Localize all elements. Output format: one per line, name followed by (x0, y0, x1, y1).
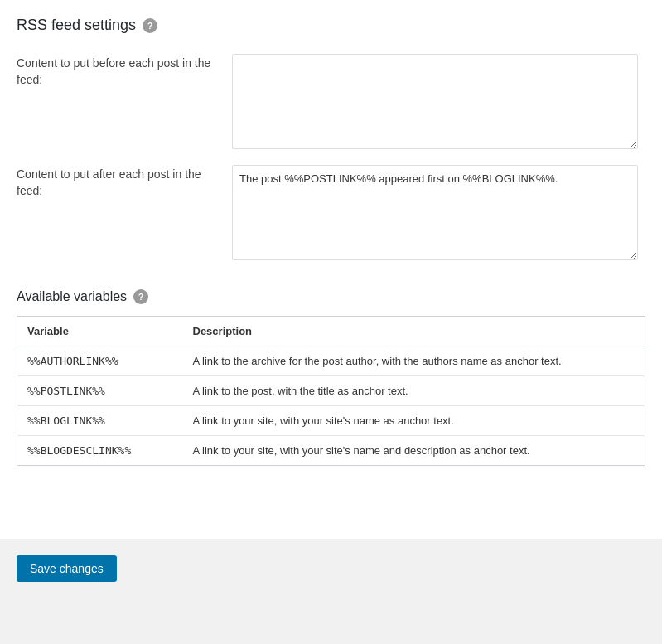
table-row: %%AUTHORLINK%%A link to the archive for … (17, 346, 645, 376)
table-row: %%POSTLINK%%A link to the post, with the… (17, 376, 645, 406)
settings-form-table: Content to put before each post in the f… (17, 47, 645, 269)
variables-section: Available variables ? Variable Descripti… (17, 289, 645, 466)
table-row: %%BLOGDESCLINK%%A link to your site, wit… (17, 436, 645, 466)
rss-section-title: RSS feed settings ? (17, 17, 645, 34)
before-post-row: Content to put before each post in the f… (17, 47, 645, 158)
variable-cell: %%BLOGDESCLINK%% (17, 436, 183, 466)
variable-cell: %%POSTLINK%% (17, 376, 183, 406)
variable-cell: %%AUTHORLINK%% (17, 346, 183, 376)
table-row: %%BLOGLINK%%A link to your site, with yo… (17, 406, 645, 436)
footer-bar: Save changes (0, 539, 662, 598)
variables-section-title: Available variables ? (17, 289, 645, 304)
after-post-textarea[interactable]: The post %%POSTLINK%% appeared first on … (232, 165, 638, 260)
col-description-header: Description (183, 317, 645, 346)
save-changes-button[interactable]: Save changes (17, 555, 117, 582)
before-post-label: Content to put before each post in the f… (17, 47, 232, 158)
after-post-row: Content to put after each post in the fe… (17, 158, 645, 269)
table-header-row: Variable Description (17, 317, 645, 346)
rss-help-icon[interactable]: ? (143, 18, 157, 33)
variable-cell: %%BLOGLINK%% (17, 406, 183, 436)
description-cell: A link to the archive for the post autho… (183, 346, 645, 376)
variables-help-icon[interactable]: ? (133, 289, 148, 304)
main-content: RSS feed settings ? Content to put befor… (0, 0, 662, 539)
after-post-label: Content to put after each post in the fe… (17, 158, 232, 269)
variables-table: Variable Description %%AUTHORLINK%%A lin… (17, 316, 645, 466)
col-variable-header: Variable (17, 317, 183, 346)
description-cell: A link to the post, with the title as an… (183, 376, 645, 406)
description-cell: A link to your site, with your site's na… (183, 436, 645, 466)
description-cell: A link to your site, with your site's na… (183, 406, 645, 436)
before-post-textarea[interactable] (232, 54, 638, 149)
